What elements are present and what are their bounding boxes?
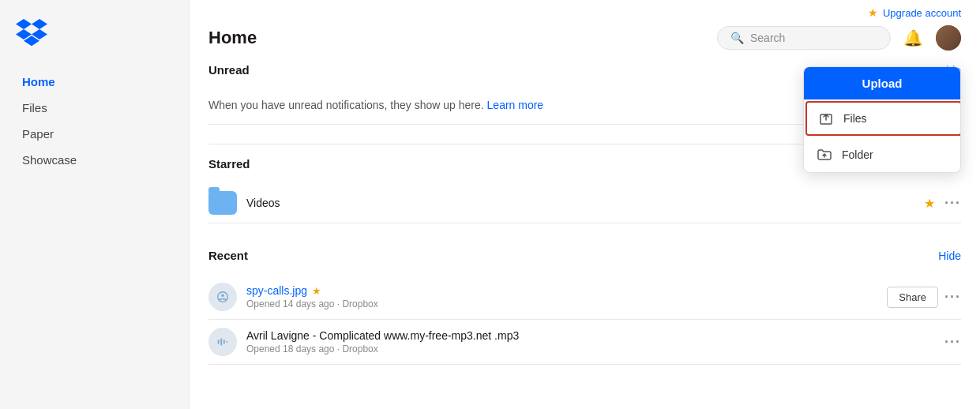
svg-rect-6 bbox=[227, 341, 228, 343]
recent-header: Recent Hide bbox=[208, 249, 961, 265]
svg-rect-5 bbox=[223, 340, 225, 343]
learn-more-link[interactable]: Learn more bbox=[487, 99, 544, 111]
dropdown-item-files[interactable]: Files bbox=[805, 101, 961, 136]
search-bar[interactable]: 🔍 bbox=[717, 26, 891, 50]
recent-title: Recent bbox=[208, 249, 248, 262]
starred-title: Starred bbox=[208, 157, 250, 171]
folder-icon bbox=[208, 191, 237, 215]
avatar[interactable] bbox=[936, 25, 961, 51]
recent-file-actions-0: Share ··· bbox=[887, 287, 961, 308]
share-button-0[interactable]: Share bbox=[887, 287, 938, 308]
recent-file-name-0[interactable]: spy-calls.jpg bbox=[246, 284, 307, 297]
recent-file-actions-1: ··· bbox=[944, 334, 961, 351]
recent-file-star-0[interactable]: ★ bbox=[312, 285, 321, 297]
upgrade-account-link[interactable]: ★ Upgrade account bbox=[868, 6, 961, 19]
recent-file-meta-1: Opened 18 days ago · Dropbox bbox=[246, 343, 944, 355]
recent-section: Recent Hide spy-calls.jpg bbox=[208, 242, 961, 365]
starred-file-name: Videos bbox=[246, 197, 924, 209]
recent-file-info-1: Avril Lavigne - Complicated www.my-free-… bbox=[246, 329, 944, 355]
main-content: ★ Upgrade account Home 🔍 🔔 bbox=[190, 0, 980, 409]
search-input[interactable] bbox=[750, 32, 869, 44]
topbar: ★ Upgrade account bbox=[190, 0, 980, 19]
more-options-button-1[interactable]: ··· bbox=[944, 334, 961, 351]
file-actions: ★ ··· bbox=[924, 195, 961, 212]
avatar-image bbox=[936, 25, 961, 51]
recent-file-row-1: Avril Lavigne - Complicated www.my-free-… bbox=[208, 320, 961, 365]
search-icon: 🔍 bbox=[730, 32, 744, 44]
star-button[interactable]: ★ bbox=[924, 196, 935, 211]
upgrade-label: Upgrade account bbox=[883, 7, 961, 19]
dropdown-menu: Upload Files bbox=[803, 66, 961, 173]
sidebar: Home Files Paper Showcase bbox=[0, 0, 190, 409]
recent-file-row: spy-calls.jpg ★ Opened 14 days ago · Dro… bbox=[208, 275, 961, 320]
sidebar-item-files[interactable]: Files bbox=[6, 95, 182, 121]
file-upload-icon bbox=[818, 111, 834, 126]
sidebar-item-home[interactable]: Home bbox=[6, 69, 182, 95]
page-title: Home bbox=[208, 28, 257, 48]
svg-rect-3 bbox=[218, 340, 220, 343]
folder-upload-icon bbox=[817, 147, 832, 163]
recent-file-info: spy-calls.jpg ★ Opened 14 days ago · Dro… bbox=[246, 284, 887, 310]
svg-rect-4 bbox=[220, 339, 222, 346]
recent-file-name-row: spy-calls.jpg ★ bbox=[246, 284, 887, 297]
unread-title: Unread bbox=[208, 63, 250, 77]
dropdown-folder-label: Folder bbox=[842, 148, 873, 161]
dropbox-logo-icon bbox=[16, 19, 47, 47]
recent-file-meta-0: Opened 14 days ago · Dropbox bbox=[246, 298, 887, 310]
header-right-area: 🔍 🔔 Upload bbox=[717, 25, 961, 51]
upload-button[interactable]: Upload bbox=[804, 67, 960, 99]
dropdown-item-folder[interactable]: Folder bbox=[804, 137, 960, 172]
sidebar-nav: Home Files Paper Showcase bbox=[0, 69, 189, 173]
logo-container bbox=[0, 13, 189, 69]
header-row: Home 🔍 🔔 Upload bbox=[190, 19, 980, 63]
svg-point-2 bbox=[221, 294, 224, 297]
recent-file-name-row-1: Avril Lavigne - Complicated www.my-free-… bbox=[246, 329, 944, 342]
audio-file-icon bbox=[208, 328, 237, 356]
notifications-icon[interactable]: 🔔 bbox=[903, 28, 923, 47]
dropdown-files-label: Files bbox=[843, 112, 867, 125]
more-options-button-0[interactable]: ··· bbox=[944, 289, 961, 306]
star-icon: ★ bbox=[868, 6, 878, 19]
sidebar-item-paper[interactable]: Paper bbox=[6, 121, 182, 147]
image-file-icon bbox=[208, 283, 237, 311]
recent-hide-button[interactable]: Hide bbox=[938, 250, 961, 262]
recent-file-name-1: Avril Lavigne - Complicated www.my-free-… bbox=[246, 329, 519, 342]
more-options-button[interactable]: ··· bbox=[944, 195, 961, 212]
sidebar-item-showcase[interactable]: Showcase bbox=[6, 147, 182, 173]
starred-file-row: Videos ★ ··· bbox=[208, 183, 961, 223]
